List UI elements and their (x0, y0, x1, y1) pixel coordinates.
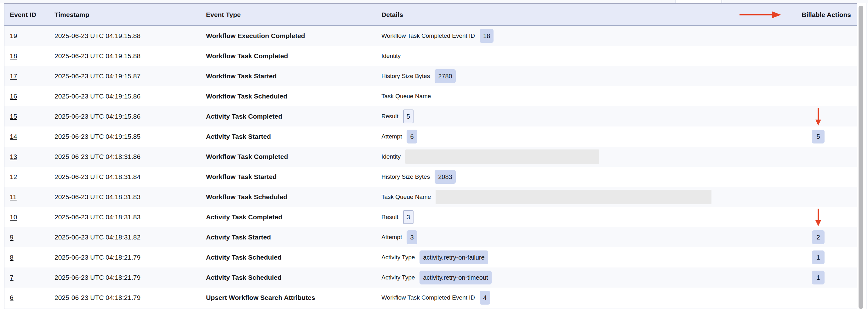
billable-actions-cell (812, 287, 825, 308)
timestamp-cell: 2025-06-23 UTC 04:18:21.79 (55, 268, 141, 287)
billable-actions-badge: 2 (812, 230, 825, 244)
table-row[interactable]: 12 2025-06-23 UTC 04:18:31.84 Workflow T… (4, 167, 857, 187)
detail-cell: Activity Type activity.retry-on-failure (381, 247, 488, 268)
timestamp-cell: 2025-06-23 UTC 04:18:31.83 (55, 207, 141, 227)
right-edge-divider (866, 3, 866, 309)
detail-label: Activity Type (381, 274, 415, 281)
detail-label: Workflow Task Completed Event ID (381, 32, 475, 39)
vertical-scrollbar-thumb[interactable] (859, 6, 863, 309)
event-id-link[interactable]: 19 (10, 26, 17, 46)
detail-label: Attempt (381, 234, 402, 241)
event-id-link[interactable]: 13 (10, 147, 17, 167)
event-type-cell: Workflow Task Started (206, 167, 277, 187)
billable-actions-cell: 5 (812, 127, 825, 147)
table-row[interactable]: 17 2025-06-23 UTC 04:19:15.87 Workflow T… (4, 66, 857, 86)
billable-actions-badge: 1 (812, 250, 825, 264)
event-type-cell: Workflow Task Completed (206, 46, 288, 66)
arrow-down-icon (815, 108, 822, 126)
event-id-link[interactable]: 11 (10, 187, 17, 207)
billable-actions-badge: 1 (812, 271, 825, 284)
event-id-link[interactable]: 8 (10, 247, 13, 268)
timestamp-cell: 2025-06-23 UTC 04:18:31.84 (55, 167, 141, 187)
detail-cell: Workflow Task Completed Event ID 18 (381, 26, 494, 46)
billable-actions-cell (812, 207, 825, 227)
event-id-link[interactable]: 12 (10, 167, 17, 187)
timestamp-cell: 2025-06-23 UTC 04:19:15.88 (55, 26, 141, 46)
detail-label: History Size Bytes (381, 173, 430, 180)
billable-actions-badge: 5 (812, 130, 825, 143)
table-row[interactable]: 10 2025-06-23 UTC 04:18:31.83 Activity T… (4, 207, 857, 227)
detail-cell: Activity Type activity.retry-on-timeout (381, 268, 492, 287)
detail-label: Result (381, 214, 398, 220)
detail-value-badge: 18 (480, 29, 494, 43)
timestamp-cell: 2025-06-23 UTC 04:18:21.79 (55, 247, 141, 268)
billable-actions-cell (812, 167, 825, 187)
detail-value-badge: activity.retry-on-timeout (420, 271, 491, 284)
event-type-cell: Workflow Task Started (206, 66, 277, 86)
event-id-link[interactable]: 6 (10, 287, 13, 308)
event-id-link[interactable]: 10 (10, 207, 17, 227)
detail-label: Task Queue Name (381, 93, 431, 100)
table-row[interactable]: 7 2025-06-23 UTC 04:18:21.79 Activity Ta… (4, 268, 857, 287)
event-rows: 19 2025-06-23 UTC 04:19:15.88 Workflow E… (4, 26, 857, 308)
event-id-link[interactable]: 16 (10, 86, 17, 106)
event-type-cell: Workflow Task Scheduled (206, 187, 287, 207)
timestamp-cell: 2025-06-23 UTC 04:18:31.83 (55, 187, 141, 207)
table-row[interactable]: 9 2025-06-23 UTC 04:18:31.82 Activity Ta… (4, 227, 857, 247)
top-edge-cutoff-element (676, 0, 722, 3)
billable-actions-cell (812, 187, 825, 207)
detail-cell: Attempt 3 (381, 227, 417, 247)
event-id-link[interactable]: 17 (10, 66, 17, 86)
table-row[interactable]: 11 2025-06-23 UTC 04:18:31.83 Workflow T… (4, 187, 857, 207)
table-row[interactable]: 13 2025-06-23 UTC 04:18:31.86 Workflow T… (4, 147, 857, 167)
redacted-value-block (405, 149, 599, 164)
column-header-billable-actions: Billable Actions (802, 4, 851, 26)
detail-cell: Task Queue Name (381, 86, 431, 106)
event-id-link[interactable]: 18 (10, 46, 17, 66)
billable-actions-cell (812, 106, 825, 127)
event-id-link[interactable]: 9 (10, 227, 13, 247)
timestamp-cell: 2025-06-23 UTC 04:19:15.86 (55, 106, 141, 127)
event-type-cell: Activity Task Completed (206, 207, 282, 227)
table-row[interactable]: 18 2025-06-23 UTC 04:19:15.88 Workflow T… (4, 46, 857, 66)
event-type-cell: Upsert Workflow Search Attributes (206, 287, 315, 308)
detail-cell: History Size Bytes 2083 (381, 167, 456, 187)
detail-value-badge: 3 (403, 210, 413, 224)
partial-next-row (4, 308, 857, 309)
table-row[interactable]: 16 2025-06-23 UTC 04:19:15.86 Workflow T… (4, 86, 857, 106)
detail-value-badge: 3 (407, 230, 417, 244)
event-id-link[interactable]: 7 (10, 268, 13, 287)
billable-actions-cell (812, 26, 825, 46)
column-header-details: Details (381, 4, 403, 26)
redacted-value-block (436, 190, 711, 204)
timestamp-cell: 2025-06-23 UTC 04:18:31.82 (55, 227, 141, 247)
table-row[interactable]: 15 2025-06-23 UTC 04:19:15.86 Activity T… (4, 106, 857, 127)
billable-actions-cell (812, 86, 825, 106)
table-row[interactable]: 19 2025-06-23 UTC 04:19:15.88 Workflow E… (4, 26, 857, 46)
billable-actions-cell (812, 147, 825, 167)
detail-label: Identity (381, 53, 401, 60)
event-id-link[interactable]: 15 (10, 106, 17, 127)
timestamp-cell: 2025-06-23 UTC 04:19:15.85 (55, 127, 141, 147)
detail-label: Task Queue Name (381, 194, 431, 200)
event-type-cell: Activity Task Started (206, 227, 271, 247)
table-header-row: Event ID Timestamp Event Type Details Bi… (4, 4, 857, 26)
column-header-timestamp: Timestamp (55, 4, 89, 26)
detail-label: Workflow Task Completed Event ID (381, 294, 475, 301)
table-row[interactable]: 14 2025-06-23 UTC 04:19:15.85 Activity T… (4, 127, 857, 147)
table-row[interactable]: 8 2025-06-23 UTC 04:18:21.79 Activity Ta… (4, 247, 857, 268)
timestamp-cell: 2025-06-23 UTC 04:19:15.86 (55, 86, 141, 106)
event-type-cell: Workflow Execution Completed (206, 26, 305, 46)
detail-cell: Task Queue Name (381, 187, 711, 207)
table-row[interactable]: 6 2025-06-23 UTC 04:18:21.79 Upsert Work… (4, 287, 857, 308)
billable-actions-cell: 2 (812, 227, 825, 247)
event-type-cell: Workflow Task Completed (206, 147, 288, 167)
timestamp-cell: 2025-06-23 UTC 04:19:15.88 (55, 46, 141, 66)
detail-label: History Size Bytes (381, 73, 430, 80)
detail-label: Attempt (381, 133, 402, 140)
timestamp-cell: 2025-06-23 UTC 04:18:21.79 (55, 287, 141, 308)
event-type-cell: Activity Task Scheduled (206, 268, 282, 287)
top-edge-strip (0, 0, 868, 3)
detail-value-badge: activity.retry-on-failure (420, 250, 488, 264)
event-id-link[interactable]: 14 (10, 127, 17, 147)
